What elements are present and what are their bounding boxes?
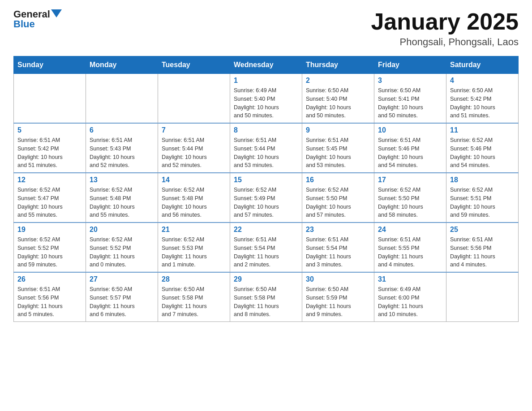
- calendar: SundayMondayTuesdayWednesdayThursdayFrid…: [13, 56, 519, 322]
- day-info: Sunrise: 6:52 AMSunset: 5:48 PMDaylight:…: [162, 187, 207, 218]
- day-info: Sunrise: 6:52 AMSunset: 5:50 PMDaylight:…: [306, 187, 351, 218]
- logo-text-blue: Blue: [13, 19, 35, 30]
- day-number: 20: [90, 226, 154, 234]
- calendar-cell: 12Sunrise: 6:52 AMSunset: 5:47 PMDayligh…: [14, 173, 86, 223]
- calendar-cell: 11Sunrise: 6:52 AMSunset: 5:46 PMDayligh…: [446, 123, 519, 173]
- day-number: 21: [162, 226, 226, 234]
- calendar-cell: 30Sunrise: 6:50 AMSunset: 5:59 PMDayligh…: [302, 272, 374, 322]
- calendar-cell: 18Sunrise: 6:52 AMSunset: 5:51 PMDayligh…: [446, 173, 519, 223]
- day-number: 30: [306, 275, 370, 283]
- day-info: Sunrise: 6:52 AMSunset: 5:52 PMDaylight:…: [17, 236, 63, 268]
- day-number: 8: [234, 126, 298, 134]
- calendar-cell: 19Sunrise: 6:52 AMSunset: 5:52 PMDayligh…: [14, 223, 86, 272]
- week-row-3: 12Sunrise: 6:52 AMSunset: 5:47 PMDayligh…: [14, 173, 519, 223]
- page-subtitle: Phongsali, Phongsali, Laos: [371, 36, 519, 48]
- day-number: 23: [306, 226, 370, 234]
- calendar-cell: 10Sunrise: 6:51 AMSunset: 5:46 PMDayligh…: [374, 123, 446, 173]
- calendar-cell: 4Sunrise: 6:50 AMSunset: 5:42 PMDaylight…: [446, 74, 519, 124]
- day-info: Sunrise: 6:50 AMSunset: 5:41 PMDaylight:…: [378, 87, 423, 119]
- days-of-week-row: SundayMondayTuesdayWednesdayThursdayFrid…: [14, 56, 519, 74]
- calendar-cell: 5Sunrise: 6:51 AMSunset: 5:42 PMDaylight…: [14, 123, 86, 173]
- day-number: 25: [450, 226, 515, 234]
- calendar-cell: 26Sunrise: 6:51 AMSunset: 5:56 PMDayligh…: [14, 272, 86, 322]
- day-number: 1: [234, 77, 298, 85]
- calendar-cell: 3Sunrise: 6:50 AMSunset: 5:41 PMDaylight…: [374, 74, 446, 124]
- calendar-cell: 7Sunrise: 6:51 AMSunset: 5:44 PMDaylight…: [158, 123, 230, 173]
- day-number: 10: [378, 126, 442, 134]
- day-number: 9: [306, 126, 370, 134]
- week-row-2: 5Sunrise: 6:51 AMSunset: 5:42 PMDaylight…: [14, 123, 519, 173]
- day-number: 6: [90, 126, 154, 134]
- day-number: 26: [17, 275, 82, 283]
- day-number: 7: [162, 126, 226, 134]
- header: General Blue January 2025 Phongsali, Pho…: [13, 9, 519, 48]
- day-number: 15: [234, 176, 298, 184]
- day-info: Sunrise: 6:50 AMSunset: 5:40 PMDaylight:…: [306, 87, 351, 119]
- week-row-1: 1Sunrise: 6:49 AMSunset: 5:40 PMDaylight…: [14, 74, 519, 124]
- day-number: 2: [306, 77, 370, 85]
- calendar-cell: 1Sunrise: 6:49 AMSunset: 5:40 PMDaylight…: [230, 74, 302, 124]
- day-number: 28: [162, 275, 226, 283]
- day-number: 12: [17, 176, 82, 184]
- day-info: Sunrise: 6:50 AMSunset: 5:58 PMDaylight:…: [234, 286, 279, 317]
- day-number: 29: [234, 275, 298, 283]
- day-header-thursday: Thursday: [302, 56, 374, 74]
- day-number: 16: [306, 176, 370, 184]
- calendar-cell: 15Sunrise: 6:52 AMSunset: 5:49 PMDayligh…: [230, 173, 302, 223]
- calendar-cell: 8Sunrise: 6:51 AMSunset: 5:44 PMDaylight…: [230, 123, 302, 173]
- day-info: Sunrise: 6:52 AMSunset: 5:47 PMDaylight:…: [17, 187, 63, 218]
- day-info: Sunrise: 6:52 AMSunset: 5:48 PMDaylight:…: [90, 187, 135, 218]
- day-info: Sunrise: 6:52 AMSunset: 5:51 PMDaylight:…: [450, 187, 495, 218]
- day-number: 19: [17, 226, 82, 234]
- calendar-header: SundayMondayTuesdayWednesdayThursdayFrid…: [14, 56, 519, 74]
- day-header-sunday: Sunday: [14, 56, 86, 74]
- calendar-cell: 14Sunrise: 6:52 AMSunset: 5:48 PMDayligh…: [158, 173, 230, 223]
- day-header-monday: Monday: [86, 56, 158, 74]
- calendar-cell: [446, 272, 519, 322]
- calendar-cell: [86, 74, 158, 124]
- week-row-5: 26Sunrise: 6:51 AMSunset: 5:56 PMDayligh…: [14, 272, 519, 322]
- day-number: 4: [450, 77, 515, 85]
- day-info: Sunrise: 6:50 AMSunset: 5:42 PMDaylight:…: [450, 87, 495, 119]
- day-number: 13: [90, 176, 154, 184]
- calendar-cell: 21Sunrise: 6:52 AMSunset: 5:53 PMDayligh…: [158, 223, 230, 272]
- day-header-friday: Friday: [374, 56, 446, 74]
- day-number: 17: [378, 176, 442, 184]
- calendar-cell: 27Sunrise: 6:50 AMSunset: 5:57 PMDayligh…: [86, 272, 158, 322]
- day-header-wednesday: Wednesday: [230, 56, 302, 74]
- day-info: Sunrise: 6:52 AMSunset: 5:53 PMDaylight:…: [162, 236, 207, 268]
- title-area: January 2025 Phongsali, Phongsali, Laos: [371, 9, 519, 48]
- calendar-cell: [158, 74, 230, 124]
- day-number: 14: [162, 176, 226, 184]
- day-info: Sunrise: 6:50 AMSunset: 5:57 PMDaylight:…: [90, 286, 135, 317]
- day-info: Sunrise: 6:50 AMSunset: 5:59 PMDaylight:…: [306, 286, 351, 317]
- day-info: Sunrise: 6:51 AMSunset: 5:43 PMDaylight:…: [90, 137, 135, 168]
- calendar-cell: 31Sunrise: 6:49 AMSunset: 6:00 PMDayligh…: [374, 272, 446, 322]
- calendar-cell: 6Sunrise: 6:51 AMSunset: 5:43 PMDaylight…: [86, 123, 158, 173]
- day-number: 11: [450, 126, 515, 134]
- calendar-body: 1Sunrise: 6:49 AMSunset: 5:40 PMDaylight…: [14, 74, 519, 322]
- calendar-cell: 20Sunrise: 6:52 AMSunset: 5:52 PMDayligh…: [86, 223, 158, 272]
- logo: General Blue: [13, 9, 62, 30]
- day-number: 18: [450, 176, 515, 184]
- calendar-cell: 23Sunrise: 6:51 AMSunset: 5:54 PMDayligh…: [302, 223, 374, 272]
- day-info: Sunrise: 6:52 AMSunset: 5:50 PMDaylight:…: [378, 187, 423, 218]
- calendar-cell: 22Sunrise: 6:51 AMSunset: 5:54 PMDayligh…: [230, 223, 302, 272]
- day-number: 3: [378, 77, 442, 85]
- day-number: 31: [378, 275, 442, 283]
- calendar-cell: 24Sunrise: 6:51 AMSunset: 5:55 PMDayligh…: [374, 223, 446, 272]
- day-info: Sunrise: 6:51 AMSunset: 5:56 PMDaylight:…: [17, 286, 63, 317]
- calendar-cell: 16Sunrise: 6:52 AMSunset: 5:50 PMDayligh…: [302, 173, 374, 223]
- calendar-cell: 13Sunrise: 6:52 AMSunset: 5:48 PMDayligh…: [86, 173, 158, 223]
- day-info: Sunrise: 6:50 AMSunset: 5:58 PMDaylight:…: [162, 286, 207, 317]
- day-info: Sunrise: 6:51 AMSunset: 5:44 PMDaylight:…: [234, 137, 279, 168]
- calendar-cell: 25Sunrise: 6:51 AMSunset: 5:56 PMDayligh…: [446, 223, 519, 272]
- day-info: Sunrise: 6:51 AMSunset: 5:44 PMDaylight:…: [162, 137, 207, 168]
- day-header-tuesday: Tuesday: [158, 56, 230, 74]
- calendar-cell: 2Sunrise: 6:50 AMSunset: 5:40 PMDaylight…: [302, 74, 374, 124]
- calendar-cell: 29Sunrise: 6:50 AMSunset: 5:58 PMDayligh…: [230, 272, 302, 322]
- day-info: Sunrise: 6:52 AMSunset: 5:49 PMDaylight:…: [234, 187, 279, 218]
- calendar-cell: 17Sunrise: 6:52 AMSunset: 5:50 PMDayligh…: [374, 173, 446, 223]
- day-info: Sunrise: 6:51 AMSunset: 5:54 PMDaylight:…: [234, 236, 279, 268]
- day-info: Sunrise: 6:49 AMSunset: 5:40 PMDaylight:…: [234, 87, 279, 119]
